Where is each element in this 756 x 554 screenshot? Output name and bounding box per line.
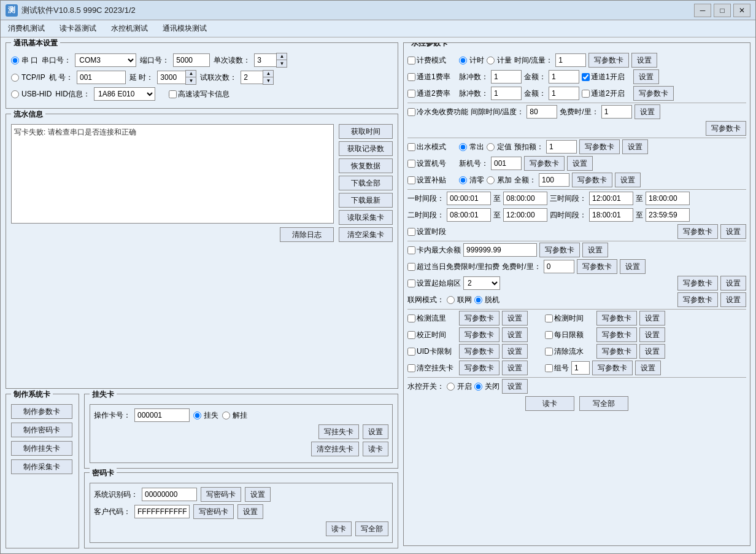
- make-collect-card-button[interactable]: 制作采集卡: [11, 459, 72, 474]
- ch1-set-btn[interactable]: 设置: [633, 69, 659, 84]
- billing-mode-check[interactable]: [407, 57, 415, 64]
- max-balance-check[interactable]: [407, 246, 415, 254]
- ch2-write-btn[interactable]: 写参数卡: [633, 86, 674, 101]
- machine-write-btn[interactable]: 写参数卡: [524, 156, 565, 171]
- prepay-input[interactable]: [546, 140, 577, 154]
- hang-card-read-button[interactable]: 读卡: [363, 442, 388, 456]
- read-collect-button[interactable]: 读取采集卡: [339, 210, 393, 225]
- op-card-input[interactable]: [134, 408, 190, 422]
- single-read-down[interactable]: ▼: [277, 60, 287, 67]
- pass-card-set-btn2[interactable]: 设置: [237, 504, 263, 519]
- ch1-rate-check[interactable]: [407, 73, 415, 81]
- time4-start-input[interactable]: [589, 208, 633, 222]
- tcp-radio[interactable]: TCP/IP: [11, 73, 45, 82]
- get-time-button[interactable]: 获取时间: [339, 124, 393, 139]
- balance-write-btn[interactable]: 写参数卡: [539, 243, 580, 257]
- ch2-rate-check[interactable]: [407, 90, 415, 98]
- correct-write-btn[interactable]: 写参数卡: [459, 327, 500, 342]
- hang-radio[interactable]: [193, 412, 201, 419]
- switch-close-radio[interactable]: [474, 383, 482, 391]
- subsidy-amount-input[interactable]: [539, 173, 569, 187]
- metering-radio[interactable]: [487, 57, 495, 64]
- flow-check[interactable]: [407, 314, 415, 322]
- delay-spinner[interactable]: ▲ ▼: [157, 70, 196, 85]
- download-latest-button[interactable]: 下载最新: [339, 193, 393, 208]
- delay-up[interactable]: ▲: [186, 71, 196, 77]
- group-write-btn[interactable]: 写参数卡: [592, 361, 633, 375]
- high-speed-checkbox[interactable]: [169, 90, 177, 98]
- unhang-radio[interactable]: [222, 412, 230, 419]
- sector-check[interactable]: [407, 279, 415, 287]
- hid-select[interactable]: 1A86 E010: [94, 87, 155, 101]
- clear-log-button[interactable]: 清除日志: [280, 227, 334, 242]
- clear-flow-write-btn[interactable]: 写参数卡: [596, 344, 637, 359]
- write-pass-card-btn2[interactable]: 写密码卡: [193, 504, 234, 519]
- single-read-up[interactable]: ▲: [277, 53, 287, 60]
- get-records-button[interactable]: 获取记录数: [339, 141, 393, 156]
- daily-set-btn[interactable]: 设置: [639, 327, 665, 342]
- clear-collect-button[interactable]: 清空采集卡: [339, 227, 393, 242]
- correct-check[interactable]: [407, 331, 415, 339]
- daily-write-btn[interactable]: 写参数卡: [596, 327, 637, 342]
- correct-set-btn[interactable]: 设置: [502, 327, 528, 342]
- ch1-pulse-input[interactable]: [491, 70, 522, 84]
- water-mode-check[interactable]: [407, 143, 415, 151]
- restore-data-button[interactable]: 恢复数据: [339, 158, 393, 173]
- uid-check[interactable]: [407, 348, 415, 356]
- maximize-button[interactable]: □: [714, 4, 731, 17]
- make-param-card-button[interactable]: 制作参数卡: [11, 404, 72, 419]
- group-set-btn[interactable]: 设置: [635, 361, 661, 375]
- subsidy-write-btn[interactable]: 写参数卡: [572, 173, 612, 187]
- end-port-input[interactable]: [173, 53, 210, 67]
- ch1-open-check[interactable]: [582, 73, 590, 81]
- machine-number-input[interactable]: [77, 71, 126, 84]
- time1-end-input[interactable]: [503, 192, 547, 205]
- usb-radio-input[interactable]: [11, 90, 19, 98]
- menu-water-control-test[interactable]: 水控机测试: [109, 22, 150, 35]
- time2-end-input[interactable]: [503, 208, 547, 222]
- sector-set-btn[interactable]: 设置: [720, 276, 746, 291]
- port-select[interactable]: COM3 COM1 COM2: [75, 53, 136, 67]
- period-set-btn[interactable]: 设置: [720, 224, 746, 239]
- network-radio[interactable]: [447, 296, 455, 304]
- switch-set-btn[interactable]: 设置: [502, 379, 528, 394]
- single-read-input[interactable]: [254, 53, 276, 67]
- normal-radio[interactable]: [459, 143, 467, 151]
- ch2-pulse-input[interactable]: [491, 87, 522, 100]
- balance-set-btn[interactable]: 设置: [582, 243, 608, 257]
- ch2-amount-input[interactable]: [549, 87, 579, 100]
- sys-id-input[interactable]: [142, 488, 197, 501]
- set-machine-check[interactable]: [407, 160, 415, 168]
- hang-card-set-button[interactable]: 设置: [363, 424, 388, 439]
- high-speed-check[interactable]: 高速读写卡信息: [169, 89, 230, 99]
- uid-set-btn[interactable]: 设置: [502, 344, 528, 359]
- minimize-button[interactable]: ─: [694, 4, 711, 17]
- period-write-btn[interactable]: 写参数卡: [677, 224, 718, 239]
- switch-open-radio[interactable]: [447, 383, 455, 391]
- pass-card-write-all-btn[interactable]: 写全部: [355, 521, 388, 536]
- offline-radio[interactable]: [474, 296, 482, 304]
- cold-write-btn[interactable]: 写参数卡: [706, 121, 746, 136]
- write-hang-card-button[interactable]: 写挂失卡: [318, 424, 359, 439]
- sector-write-btn[interactable]: 写参数卡: [677, 276, 718, 291]
- time2-start-input[interactable]: [447, 208, 491, 222]
- menu-consume-test[interactable]: 消费机测试: [6, 22, 47, 35]
- network-write-btn[interactable]: 写参数卡: [677, 292, 718, 307]
- make-pass-card-button[interactable]: 制作密码卡: [11, 423, 72, 437]
- network-set-btn[interactable]: 设置: [720, 292, 746, 307]
- fixed-radio[interactable]: [487, 143, 495, 151]
- water-write-btn[interactable]: 写参数卡: [579, 139, 620, 154]
- exceed-free-input[interactable]: [544, 260, 574, 273]
- single-read-spinner[interactable]: ▲ ▼: [254, 53, 287, 68]
- clear-hang-check[interactable]: [407, 364, 415, 372]
- write-pass-card-btn[interactable]: 写密码卡: [201, 487, 241, 502]
- delay-input[interactable]: [157, 71, 185, 84]
- flow-set-btn[interactable]: 设置: [502, 311, 528, 326]
- clear-hang-card-button[interactable]: 清空挂失卡: [311, 442, 359, 456]
- sector-select[interactable]: 2 1 3: [463, 276, 500, 290]
- water-read-btn[interactable]: 读卡: [525, 396, 574, 411]
- serial-radio-input[interactable]: [11, 57, 19, 64]
- menu-card-reader-test[interactable]: 读卡器测试: [57, 22, 99, 35]
- ch2-open-check[interactable]: [582, 90, 590, 98]
- new-machine-input[interactable]: [491, 157, 522, 170]
